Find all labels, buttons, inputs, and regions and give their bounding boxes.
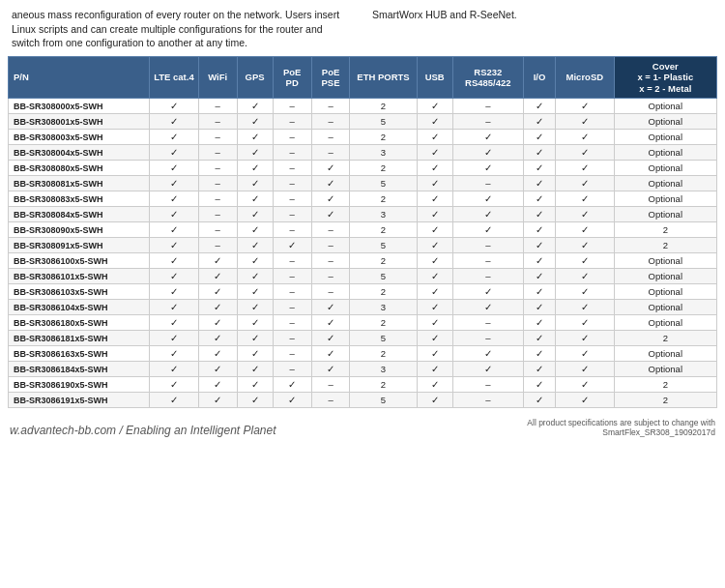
cell-io: ✓ [523, 284, 555, 300]
cell-lte: ✓ [150, 377, 199, 393]
cell-microsd: ✓ [556, 253, 615, 269]
cell-gps: ✓ [237, 130, 273, 145]
cell-eth_ports: 2 [350, 284, 417, 300]
cell-rs232: ✓ [452, 207, 523, 222]
header-poe-pse: PoE PSE [311, 57, 350, 99]
table-row: BB-SR3086101x5-SWH✓✓✓––5✓–✓✓Optional [9, 269, 717, 284]
cell-usb: ✓ [417, 393, 452, 408]
cell-microsd: ✓ [556, 222, 615, 238]
cell-cover: Optional [614, 253, 716, 269]
cell-wifi: – [198, 176, 237, 191]
table-row: BB-SR308003x5-SWH✓–✓––2✓✓✓✓Optional [9, 130, 717, 145]
header-pn: P/N [9, 57, 150, 99]
cell-rs232: ✓ [452, 222, 523, 238]
cell-rs232: ✓ [452, 362, 523, 377]
cell-cover: Optional [614, 315, 716, 331]
cell-poe_pd: – [273, 191, 311, 207]
table-row: BB-SR308000x5-SWH✓–✓––2✓–✓✓Optional [9, 99, 717, 114]
cell-microsd: ✓ [556, 346, 615, 362]
cell-poe_pd: – [273, 145, 311, 161]
cell-rs232: – [452, 269, 523, 284]
cell-poe_pd: – [273, 315, 311, 331]
header-usb: USB [417, 57, 452, 99]
cell-rs232: ✓ [452, 284, 523, 300]
cell-microsd: ✓ [556, 114, 615, 130]
cell-microsd: ✓ [556, 130, 615, 145]
cell-wifi: – [198, 161, 237, 176]
table-row: BB-SR308091x5-SWH✓–✓✓–5✓–✓✓2 [9, 238, 717, 253]
cell-pn: BB-SR3086100x5-SWH [9, 253, 150, 269]
cell-lte: ✓ [150, 315, 199, 331]
cell-rs232: – [452, 99, 523, 114]
cell-io: ✓ [523, 346, 555, 362]
cell-wifi: ✓ [198, 315, 237, 331]
cell-microsd: ✓ [556, 145, 615, 161]
cell-eth_ports: 3 [350, 207, 417, 222]
cell-gps: ✓ [237, 99, 273, 114]
cell-microsd: ✓ [556, 191, 615, 207]
cell-rs232: ✓ [452, 130, 523, 145]
cell-wifi: ✓ [198, 377, 237, 393]
cell-cover: Optional [614, 207, 716, 222]
cell-lte: ✓ [150, 99, 199, 114]
cell-usb: ✓ [417, 362, 452, 377]
cell-lte: ✓ [150, 393, 199, 408]
footer: w.advantech-bb.com / Enabling an Intelli… [0, 412, 725, 441]
cell-poe_pd: – [273, 130, 311, 145]
cell-microsd: ✓ [556, 377, 615, 393]
table-row: BB-SR308004x5-SWH✓–✓––3✓✓✓✓Optional [9, 145, 717, 161]
cell-pn: BB-SR308083x5-SWH [9, 191, 150, 207]
cell-rs232: ✓ [452, 300, 523, 315]
cell-microsd: ✓ [556, 238, 615, 253]
cell-gps: ✓ [237, 284, 273, 300]
cell-usb: ✓ [417, 145, 452, 161]
cell-io: ✓ [523, 145, 555, 161]
table-row: BB-SR308090x5-SWH✓–✓––2✓✓✓✓2 [9, 222, 717, 238]
cell-wifi: – [198, 207, 237, 222]
header-wifi: WiFi [198, 57, 237, 99]
cell-rs232: ✓ [452, 191, 523, 207]
cell-poe_pd: – [273, 222, 311, 238]
footer-tagline: / Enabling an Intelligent Planet [116, 424, 276, 437]
cell-eth_ports: 2 [350, 161, 417, 176]
cell-poe_pd: – [273, 300, 311, 315]
cell-io: ✓ [523, 161, 555, 176]
cell-gps: ✓ [237, 161, 273, 176]
cell-poe_pse: – [311, 238, 350, 253]
cell-cover: Optional [614, 114, 716, 130]
cell-microsd: ✓ [556, 300, 615, 315]
cell-cover: Optional [614, 346, 716, 362]
cell-pn: BB-SR3086181x5-SWH [9, 331, 150, 346]
product-table: P/N LTE cat.4 WiFi GPS PoE PD PoE PSE ET… [8, 56, 717, 408]
table-row: BB-SR3086184x5-SWH✓✓✓–✓3✓✓✓✓Optional [9, 362, 717, 377]
cell-pn: BB-SR3086103x5-SWH [9, 284, 150, 300]
cell-eth_ports: 2 [350, 346, 417, 362]
cell-usb: ✓ [417, 300, 452, 315]
cell-eth_ports: 3 [350, 300, 417, 315]
table-row: BB-SR3086190x5-SWH✓✓✓✓–2✓–✓✓2 [9, 377, 717, 393]
cell-microsd: ✓ [556, 176, 615, 191]
cell-lte: ✓ [150, 269, 199, 284]
cell-io: ✓ [523, 331, 555, 346]
cell-eth_ports: 2 [350, 377, 417, 393]
cell-wifi: ✓ [198, 269, 237, 284]
cell-usb: ✓ [417, 176, 452, 191]
cell-gps: ✓ [237, 145, 273, 161]
cell-eth_ports: 5 [350, 269, 417, 284]
cell-usb: ✓ [417, 315, 452, 331]
cell-lte: ✓ [150, 145, 199, 161]
cell-io: ✓ [523, 238, 555, 253]
cell-usb: ✓ [417, 238, 452, 253]
cell-io: ✓ [523, 99, 555, 114]
cell-rs232: – [452, 114, 523, 130]
cell-pn: BB-SR308081x5-SWH [9, 176, 150, 191]
header-microsd: MicroSD [556, 57, 615, 99]
footer-website: w.advantech-bb.com [10, 424, 116, 437]
cell-rs232: – [452, 176, 523, 191]
cell-poe_pse: ✓ [311, 207, 350, 222]
cell-usb: ✓ [417, 284, 452, 300]
cell-cover: Optional [614, 99, 716, 114]
cell-usb: ✓ [417, 269, 452, 284]
cell-cover: 2 [614, 331, 716, 346]
cell-microsd: ✓ [556, 269, 615, 284]
